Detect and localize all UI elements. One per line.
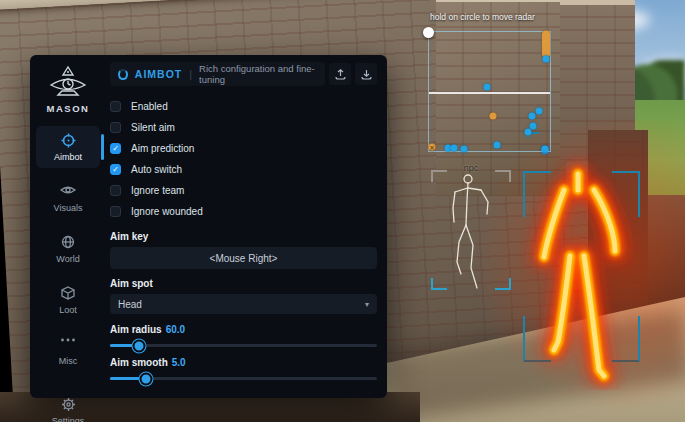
radar-dot-blue <box>542 145 549 152</box>
esp-bracket-top-right <box>612 171 640 217</box>
header-bar: AIMBOT | Rich configuration and fine-tun… <box>110 62 325 86</box>
radar-dot-blue <box>543 56 550 63</box>
checkbox-list: ✓ Enabled ✓ Silent aim ✓ Aim prediction … <box>110 96 377 222</box>
checkbox-label: Ignore wounded <box>131 206 203 217</box>
sidebar-item-label: Loot <box>36 305 100 315</box>
radar-dot-blue <box>525 129 532 136</box>
sidebar-item-label: Misc <box>36 356 100 366</box>
gear-icon <box>36 397 100 413</box>
slider-label-text: Aim radius <box>110 324 162 335</box>
checkbox[interactable]: ✓ <box>110 206 121 217</box>
import-config-button[interactable] <box>355 63 377 85</box>
skeleton-bracket-top-right <box>495 170 511 182</box>
checkbox-label: Silent aim <box>131 122 175 133</box>
radar-dot-blue <box>493 142 500 149</box>
page-title: AIMBOT <box>135 68 182 80</box>
checkbox-row-ignore-team[interactable]: ✓ Ignore team <box>110 180 377 201</box>
radar-xdot-orange: ✕ <box>429 143 436 150</box>
brand: MASON <box>30 65 106 114</box>
cheat-menu-panel: MASON Aimbot Visuals <box>30 55 387 398</box>
sidebar-item-misc[interactable]: Misc <box>36 330 100 372</box>
aim-smooth-value: 5.0 <box>172 357 186 368</box>
skeleton-bracket-bottom-right <box>495 278 511 290</box>
esp-bracket-bottom-right <box>612 316 640 362</box>
checkbox-label: Auto switch <box>131 164 182 175</box>
menu-header: AIMBOT | Rich configuration and fine-tun… <box>110 62 377 86</box>
skeleton-bracket-bottom-left <box>431 278 447 290</box>
checkbox-row-enabled[interactable]: ✓ Enabled <box>110 96 377 117</box>
checkbox-label: Ignore team <box>131 185 184 196</box>
slider-knob[interactable] <box>133 339 146 352</box>
checkbox-row-aim-prediction[interactable]: ✓ Aim prediction <box>110 138 377 159</box>
menu-content: AIMBOT | Rich configuration and fine-tun… <box>106 55 387 398</box>
radar-bar-orange <box>542 31 550 58</box>
sidebar-item-label: Visuals <box>36 203 100 213</box>
aim-spot-label: Aim spot <box>110 278 377 289</box>
spinner-icon <box>118 69 128 80</box>
box-icon <box>36 286 100 302</box>
game-screen: npc hold on circle to move radar ✕ <box>0 0 685 422</box>
aim-radius-slider[interactable] <box>110 344 377 347</box>
sidebar-item-aimbot[interactable]: Aimbot <box>36 126 100 168</box>
sidebar-item-loot[interactable]: Loot <box>36 279 100 321</box>
radar-dot-blue <box>484 84 491 91</box>
radar-dot-blue <box>536 108 543 115</box>
sidebar-item-label: Settings <box>36 416 100 422</box>
radar-dot-blue <box>529 113 536 120</box>
checkbox-label: Enabled <box>131 101 168 112</box>
radar-dot-orange <box>489 113 496 120</box>
sidebar-item-settings[interactable]: Settings <box>36 390 100 422</box>
sidebar-item-label: Aimbot <box>36 152 100 162</box>
upload-icon <box>335 69 346 80</box>
aim-smooth-slider[interactable] <box>110 377 377 380</box>
skeleton-esp-box: npc <box>431 170 511 290</box>
radar-dot-blue <box>530 123 537 130</box>
sidebar-item-label: World <box>36 254 100 264</box>
eye-icon <box>36 184 100 200</box>
aim-smooth-block: Aim smooth5.0 <box>110 357 377 380</box>
radar[interactable]: ✕ <box>428 31 551 152</box>
radar-drag-handle[interactable] <box>423 27 434 38</box>
mason-logo-icon <box>46 65 90 101</box>
checkbox-row-silent-aim[interactable]: ✓ Silent aim <box>110 117 377 138</box>
slider-knob[interactable] <box>140 372 153 385</box>
esp-bracket-bottom-left <box>523 316 551 362</box>
check-icon: ✓ <box>112 145 119 153</box>
checkbox[interactable]: ✓ <box>110 143 121 154</box>
check-icon: ✓ <box>112 166 119 174</box>
radar-hint: hold on circle to move radar <box>430 12 560 22</box>
checkbox-label: Aim prediction <box>131 143 194 154</box>
checkbox[interactable]: ✓ <box>110 122 121 133</box>
crosshair-icon <box>36 133 100 149</box>
sidebar-item-world[interactable]: World <box>36 228 100 270</box>
skeleton-bones <box>431 170 511 290</box>
export-config-button[interactable] <box>329 63 351 85</box>
aim-spot-select[interactable]: Head ▾ <box>110 294 377 314</box>
checkbox[interactable]: ✓ <box>110 185 121 196</box>
checkbox-row-auto-switch[interactable]: ✓ Auto switch <box>110 159 377 180</box>
checkbox[interactable]: ✓ <box>110 101 121 112</box>
chevron-down-icon: ▾ <box>365 300 369 309</box>
page-subtitle: Rich configuration and fine-tuning <box>199 63 317 85</box>
aim-smooth-label: Aim smooth5.0 <box>110 357 377 368</box>
aim-radius-block: Aim radius60.0 <box>110 324 377 347</box>
brand-name: MASON <box>30 103 106 114</box>
aim-radius-value: 60.0 <box>166 324 185 335</box>
header-divider: | <box>189 68 192 80</box>
slider-label-text: Aim smooth <box>110 357 168 368</box>
aim-key-label: Aim key <box>110 231 377 242</box>
aim-key-button[interactable]: <Mouse Right> <box>110 247 377 269</box>
radar-dot-blue <box>450 145 457 152</box>
globe-icon <box>36 235 100 251</box>
sidebar-item-visuals[interactable]: Visuals <box>36 177 100 219</box>
sidebar: MASON Aimbot Visuals <box>30 55 106 398</box>
skeleton-bracket-top-left <box>431 170 447 182</box>
esp-bracket-top-left <box>523 171 551 217</box>
checkbox[interactable]: ✓ <box>110 164 121 175</box>
radar-dot-blue <box>461 145 468 152</box>
radar-midline <box>429 92 550 94</box>
aim-spot-value: Head <box>118 299 365 310</box>
dots-icon <box>36 337 100 353</box>
aim-radius-label: Aim radius60.0 <box>110 324 377 335</box>
checkbox-row-ignore-wounded[interactable]: ✓ Ignore wounded <box>110 201 377 222</box>
